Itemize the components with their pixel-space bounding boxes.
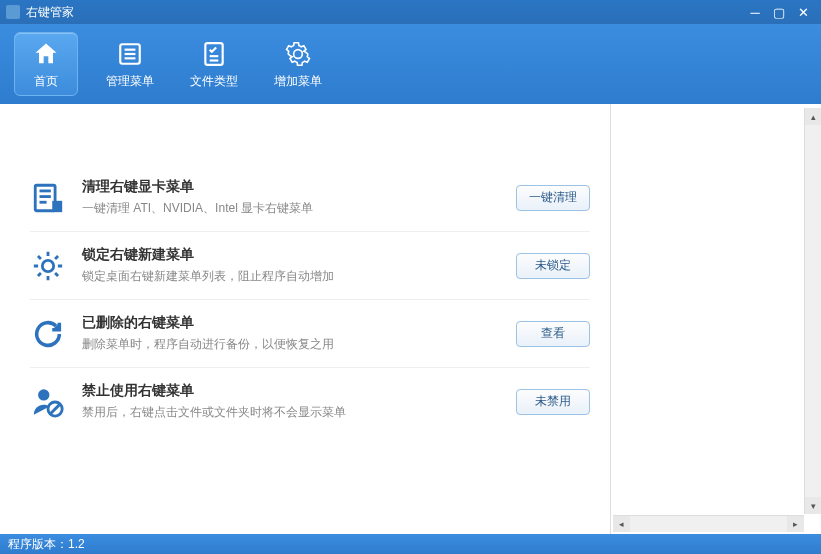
user-block-icon <box>30 384 66 420</box>
item-lock-new-menu: 锁定右键新建菜单 锁定桌面右键新建菜单列表，阻止程序自动增加 未锁定 <box>30 232 590 300</box>
toolbar: 首页 管理菜单 文件类型 增加菜单 <box>0 24 821 104</box>
maximize-button[interactable]: ▢ <box>767 3 791 21</box>
view-button[interactable]: 查看 <box>516 321 590 347</box>
scroll-track[interactable] <box>805 125 821 497</box>
statusbar: 程序版本：1.2 <box>0 534 821 554</box>
svg-rect-11 <box>52 200 62 211</box>
vertical-scrollbar[interactable]: ▴ ▾ <box>804 108 821 514</box>
scroll-left-icon[interactable]: ◂ <box>613 516 630 532</box>
svg-point-12 <box>42 260 53 271</box>
file-check-icon <box>199 39 229 69</box>
item-clean-gpu-menu: 清理右键显卡菜单 一键清理 ATI、NVIDIA、Intel 显卡右键菜单 一键… <box>30 164 590 232</box>
disable-button[interactable]: 未禁用 <box>516 389 590 415</box>
minimize-button[interactable]: ─ <box>743 3 767 21</box>
toolbar-label: 首页 <box>34 73 58 90</box>
toolbar-label: 文件类型 <box>190 73 238 90</box>
item-title: 禁止使用右键菜单 <box>82 382 500 400</box>
toolbar-add-menu[interactable]: 增加菜单 <box>266 32 330 96</box>
item-desc: 禁用后，右键点击文件或文件夹时将不会显示菜单 <box>82 404 500 421</box>
toolbar-home[interactable]: 首页 <box>14 32 78 96</box>
item-desc: 一键清理 ATI、NVIDIA、Intel 显卡右键菜单 <box>82 200 500 217</box>
item-title: 已删除的右键菜单 <box>82 314 500 332</box>
close-button[interactable]: ✕ <box>791 3 815 21</box>
toolbar-manage-menu[interactable]: 管理菜单 <box>98 32 162 96</box>
item-desc: 删除菜单时，程序自动进行备份，以便恢复之用 <box>82 336 500 353</box>
app-title: 右键管家 <box>26 4 74 21</box>
toolbar-label: 管理菜单 <box>106 73 154 90</box>
content-area: 清理右键显卡菜单 一键清理 ATI、NVIDIA、Intel 显卡右键菜单 一键… <box>0 104 821 534</box>
home-icon <box>31 39 61 69</box>
svg-rect-4 <box>205 43 222 65</box>
item-deleted-menu: 已删除的右键菜单 删除菜单时，程序自动进行备份，以便恢复之用 查看 <box>30 300 590 368</box>
gear-icon <box>283 39 313 69</box>
scroll-up-icon[interactable]: ▴ <box>805 108 821 125</box>
toolbar-file-type[interactable]: 文件类型 <box>182 32 246 96</box>
scroll-down-icon[interactable]: ▾ <box>805 497 821 514</box>
refresh-icon <box>30 316 66 352</box>
list-icon <box>115 39 145 69</box>
clean-button[interactable]: 一键清理 <box>516 185 590 211</box>
gear-icon <box>30 248 66 284</box>
main-pane: 清理右键显卡菜单 一键清理 ATI、NVIDIA、Intel 显卡右键菜单 一键… <box>0 104 611 534</box>
side-pane: ▴ ▾ ◂ ▸ <box>611 104 821 534</box>
item-title: 锁定右键新建菜单 <box>82 246 500 264</box>
document-trash-icon <box>30 180 66 216</box>
version-label: 程序版本：1.2 <box>8 536 85 553</box>
scroll-right-icon[interactable]: ▸ <box>787 516 804 532</box>
item-title: 清理右键显卡菜单 <box>82 178 500 196</box>
lock-button[interactable]: 未锁定 <box>516 253 590 279</box>
toolbar-label: 增加菜单 <box>274 73 322 90</box>
svg-line-15 <box>50 404 60 414</box>
item-desc: 锁定桌面右键新建菜单列表，阻止程序自动增加 <box>82 268 500 285</box>
horizontal-scrollbar[interactable]: ◂ ▸ <box>613 515 804 532</box>
item-disable-menu: 禁止使用右键菜单 禁用后，右键点击文件或文件夹时将不会显示菜单 未禁用 <box>30 368 590 435</box>
app-icon <box>6 5 20 19</box>
titlebar: 右键管家 ─ ▢ ✕ <box>0 0 821 24</box>
svg-point-13 <box>38 389 49 400</box>
scroll-track[interactable] <box>630 516 787 532</box>
